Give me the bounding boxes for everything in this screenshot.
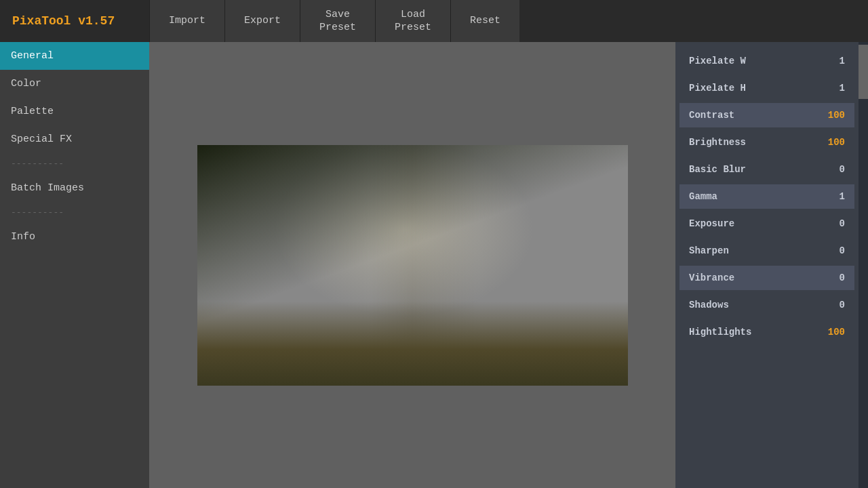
control-brightness-label: Brightness (689, 137, 746, 148)
control-exposure-value: 0 (825, 218, 845, 229)
control-shadows-value: 0 (825, 300, 845, 310)
control-gamma[interactable]: Gamma 1 (679, 184, 854, 209)
control-shadows[interactable]: Shadows 0 (679, 293, 854, 317)
control-sharpen[interactable]: Sharpen 0 (679, 239, 854, 263)
control-brightness[interactable]: Brightness 100 (679, 130, 854, 155)
sidebar-item-batch-images[interactable]: Batch Images (0, 174, 149, 202)
control-pixelate-w-label: Pixelate W (689, 56, 746, 66)
sidebar: General Color Palette Special FX -------… (0, 42, 149, 488)
control-exposure-label: Exposure (689, 218, 734, 229)
control-gamma-value: 1 (825, 191, 845, 202)
controls-panel: Pixelate W 1 Pixelate H 1 Contrast 100 B… (675, 42, 859, 488)
control-exposure[interactable]: Exposure 0 (679, 211, 854, 236)
landscape-image (197, 145, 628, 386)
save-preset-button[interactable]: Save Preset (300, 0, 375, 42)
sidebar-item-color[interactable]: Color (0, 70, 149, 98)
control-pixelate-h-label: Pixelate H (689, 83, 746, 94)
control-gamma-label: Gamma (689, 191, 717, 202)
sidebar-item-info[interactable]: Info (0, 223, 149, 251)
control-pixelate-w-value: 1 (825, 56, 845, 66)
control-sharpen-label: Sharpen (689, 245, 729, 256)
app-brand: PixaTool v1.57 (0, 0, 149, 42)
sidebar-item-special-fx[interactable]: Special FX (0, 125, 149, 153)
control-brightness-value: 100 (825, 137, 845, 148)
control-highlights[interactable]: Hightlights 100 (679, 320, 854, 344)
sidebar-item-general[interactable]: General (0, 42, 149, 70)
export-button[interactable]: Export (224, 0, 300, 42)
scrollbar-area (859, 42, 868, 488)
control-basic-blur[interactable]: Basic Blur 0 (679, 157, 854, 182)
sidebar-item-palette[interactable]: Palette (0, 98, 149, 125)
sidebar-separator-1: ---------- (0, 153, 149, 174)
topbar: PixaTool v1.57 Import Export Save Preset… (0, 0, 868, 42)
control-highlights-value: 100 (825, 327, 845, 338)
control-vibrance[interactable]: Vibrance 0 (679, 266, 854, 290)
control-pixelate-w[interactable]: Pixelate W 1 (679, 49, 854, 73)
control-basic-blur-label: Basic Blur (689, 164, 746, 175)
canvas-area (149, 42, 675, 488)
control-basic-blur-value: 0 (825, 164, 845, 175)
control-vibrance-label: Vibrance (689, 272, 734, 283)
control-shadows-label: Shadows (689, 300, 729, 310)
main-layout: General Color Palette Special FX -------… (0, 42, 868, 488)
control-contrast-label: Contrast (689, 110, 734, 121)
control-vibrance-value: 0 (825, 272, 845, 283)
control-pixelate-h-value: 1 (825, 83, 845, 94)
scrollbar-thumb[interactable] (859, 45, 868, 99)
control-contrast-value: 100 (825, 110, 845, 121)
reset-button[interactable]: Reset (450, 0, 519, 42)
import-button[interactable]: Import (149, 0, 224, 42)
load-preset-button[interactable]: Load Preset (375, 0, 450, 42)
control-pixelate-h[interactable]: Pixelate H 1 (679, 76, 854, 100)
control-sharpen-value: 0 (825, 245, 845, 256)
image-preview (197, 145, 628, 386)
control-contrast[interactable]: Contrast 100 (679, 103, 854, 127)
sidebar-separator-2: ---------- (0, 202, 149, 223)
control-highlights-label: Hightlights (689, 327, 751, 338)
